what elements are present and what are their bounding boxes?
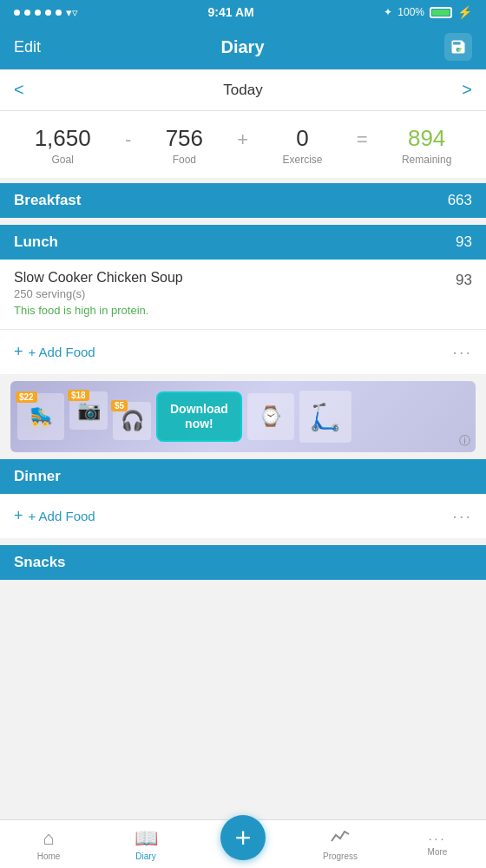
tab-more[interactable]: ··· More	[389, 832, 486, 857]
signal-dot	[24, 10, 30, 16]
dinner-header: Dinner	[0, 459, 486, 494]
add-button[interactable]: +	[220, 815, 266, 860]
ad-inner: $22 🛼 $18 📷 $5 🎧 Download	[10, 381, 476, 452]
ad-item-4: ⌚	[247, 393, 294, 440]
wifi-icon: ▾▿	[66, 6, 78, 19]
food-calories: 93	[456, 270, 472, 289]
signal-dot	[35, 10, 41, 16]
breakfast-spacer	[0, 218, 486, 225]
breakfast-title: Breakfast	[14, 192, 82, 209]
ad-download-button[interactable]: Download now!	[156, 391, 242, 442]
ad-item-2: $18 📷	[69, 391, 108, 430]
ad-img-4: ⌚	[247, 393, 294, 440]
diary-icon: 📖	[135, 827, 158, 850]
home-label: Home	[37, 852, 61, 861]
date-nav: < Today >	[0, 69, 486, 111]
ad-product-icon-4: ⌚	[259, 405, 282, 428]
goal-value: 1,650	[35, 125, 91, 152]
snacks-header: Snacks	[0, 545, 486, 580]
breakfast-header: Breakfast 663	[0, 183, 486, 218]
snacks-title: Snacks	[14, 554, 66, 571]
battery-fill	[432, 10, 450, 16]
ad-product-icon-1: 🛼	[30, 405, 53, 428]
goal-label: Goal	[35, 154, 91, 166]
food-label: Food	[166, 154, 203, 166]
breakfast-calories: 663	[448, 192, 472, 209]
nav-bar: Edit Diary	[0, 24, 486, 69]
next-date-button[interactable]: >	[462, 80, 472, 100]
tab-home[interactable]: ⌂ Home	[0, 827, 97, 861]
prev-date-button[interactable]: <	[14, 80, 24, 100]
ad-item-5: 🛴	[299, 391, 351, 443]
food-value: 756	[166, 125, 203, 152]
plus-operator: +	[237, 125, 248, 151]
save-icon	[450, 38, 467, 56]
lunch-section: Lunch 93 Slow Cooker Chicken Soup 250 se…	[0, 225, 486, 374]
charging-icon: ⚡	[457, 5, 472, 19]
ad-download-line1: Download	[170, 402, 228, 416]
breakfast-section: Breakfast 663	[0, 183, 486, 225]
add-plus-icon: +	[235, 824, 252, 852]
lunch-add-food-row: + + Add Food ···	[0, 330, 486, 374]
remaining-item: 894 Remaining	[402, 125, 451, 166]
ad-item-3: $5 🎧	[113, 402, 151, 440]
nav-title: Diary	[221, 37, 265, 57]
battery-indicator: ✦ 100% ⚡	[384, 5, 472, 19]
lunch-more-button[interactable]: ···	[452, 342, 472, 362]
current-date: Today	[223, 82, 262, 99]
exercise-value: 0	[282, 125, 322, 152]
ad-price-3: $5	[111, 400, 128, 411]
battery-percent: 100%	[397, 6, 424, 18]
ad-product-icon-3: 🎧	[121, 410, 144, 432]
calorie-summary: 1,650 Goal - 756 Food + 0 Exercise = 894…	[0, 111, 486, 183]
tab-diary[interactable]: 📖 Diary	[97, 827, 194, 861]
snacks-section: Snacks	[0, 545, 486, 580]
ad-price-1: $22	[16, 391, 37, 403]
ad-download-line2: now!	[185, 417, 213, 431]
status-time: 9:41 AM	[208, 5, 254, 19]
food-item-info: Slow Cooker Chicken Soup 250 serving(s) …	[14, 270, 456, 317]
more-icon: ···	[429, 832, 447, 845]
food-item-row[interactable]: Slow Cooker Chicken Soup 250 serving(s) …	[0, 260, 486, 330]
bluetooth-icon: ✦	[384, 6, 392, 18]
add-plus-icon: +	[14, 343, 23, 361]
dinner-add-food-button[interactable]: + + Add Food	[14, 507, 95, 525]
signal-dot	[56, 10, 62, 16]
ad-info-icon[interactable]: ⓘ	[459, 433, 470, 449]
ad-banner[interactable]: $22 🛼 $18 📷 $5 🎧 Download	[10, 381, 476, 452]
edit-button[interactable]: Edit	[14, 38, 41, 56]
status-bar: ▾▿ 9:41 AM ✦ 100% ⚡	[0, 0, 486, 24]
tab-bar: ⌂ Home 📖 Diary + Progress ··· More	[0, 819, 486, 868]
lunch-header: Lunch 93	[0, 225, 486, 260]
ad-img-5: 🛴	[299, 391, 351, 443]
food-item: 756 Food	[166, 125, 203, 166]
exercise-label: Exercise	[282, 154, 322, 166]
tab-progress[interactable]: Progress	[292, 827, 389, 861]
ad-product-icon-2: 📷	[77, 399, 101, 422]
food-name: Slow Cooker Chicken Soup	[14, 270, 456, 286]
ad-price-2: $18	[68, 390, 89, 401]
lunch-add-food-button[interactable]: + + Add Food	[14, 343, 95, 361]
signal-dot	[14, 10, 20, 16]
signal-dot	[45, 10, 51, 16]
dinner-more-button[interactable]: ···	[452, 506, 472, 526]
minus-operator: -	[125, 125, 131, 151]
content-wrapper: < Today > 1,650 Goal - 756 Food + 0 Exer…	[0, 69, 486, 632]
add-plus-icon: +	[14, 507, 23, 525]
goal-item: 1,650 Goal	[35, 125, 91, 166]
spacer	[0, 538, 486, 545]
home-icon: ⌂	[43, 827, 54, 850]
ad-item-1: $22 🛼	[17, 393, 64, 440]
dinner-title: Dinner	[14, 468, 61, 485]
save-button[interactable]	[444, 33, 472, 61]
dinner-add-food-row: + + Add Food ···	[0, 494, 486, 538]
add-food-label: + Add Food	[29, 345, 95, 359]
signal-indicators: ▾▿	[14, 6, 78, 19]
battery-bar	[430, 7, 452, 18]
tab-add[interactable]: +	[194, 815, 292, 869]
exercise-item: 0 Exercise	[282, 125, 322, 166]
remaining-label: Remaining	[402, 154, 451, 166]
lunch-calories: 93	[456, 233, 472, 251]
remaining-value: 894	[402, 125, 451, 152]
food-highlight: This food is high in protein.	[14, 304, 456, 317]
